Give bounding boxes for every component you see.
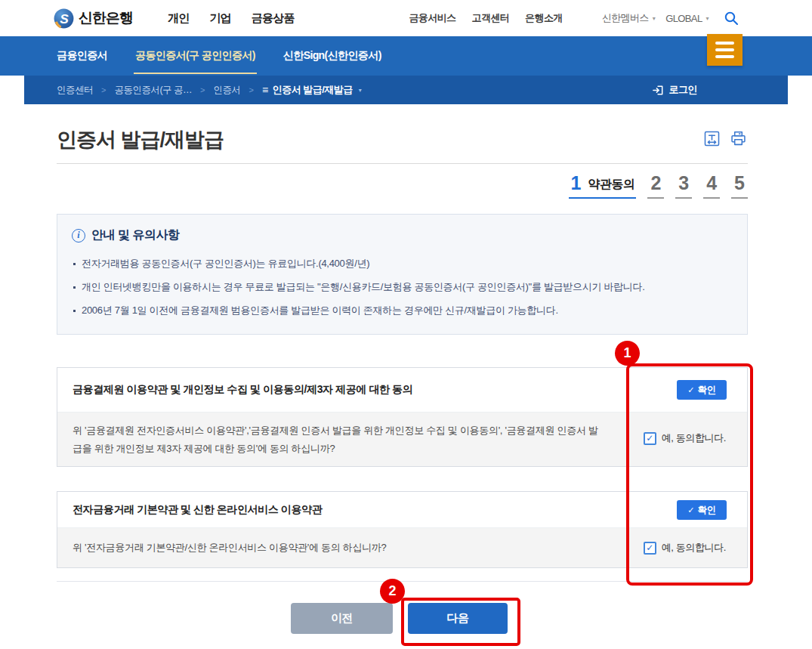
page-title: 인증서 발급/재발급 bbox=[57, 126, 224, 153]
breadcrumb-certificate[interactable]: 인증서 bbox=[214, 84, 241, 97]
chevron-down-icon: ▾ bbox=[706, 15, 709, 22]
breadcrumb-cert-center[interactable]: 인증센터 bbox=[57, 84, 93, 97]
confirm-label: 확인 bbox=[698, 504, 716, 517]
confirm-button-2[interactable]: ✓ 확인 bbox=[677, 500, 727, 520]
agreement-question: 위 '금융결제원 전자인증서비스 이용약관','금융결제원 인증서 발급을 위한… bbox=[73, 422, 605, 458]
notice-bullet: 2006년 7월 1일 이전에 금융결제원 범용인증서를 발급받은 이력이 존재… bbox=[73, 302, 747, 319]
shinhan-logo-icon: S bbox=[54, 8, 74, 29]
hamburger-bar bbox=[715, 55, 734, 58]
svg-text:S: S bbox=[60, 11, 69, 26]
shinhan-members-dropdown[interactable]: 신한멤버스 ▾ bbox=[602, 11, 655, 25]
breadcrumb-current-dropdown[interactable]: ≡ 인증서 발급/재발급 ▾ bbox=[262, 83, 361, 97]
nav-personal[interactable]: 개인 bbox=[168, 11, 189, 26]
notice-title: 안내 및 유의사항 bbox=[91, 227, 179, 243]
menu-icon: ≡ bbox=[262, 84, 268, 96]
login-button[interactable]: 로그인 bbox=[652, 83, 698, 97]
secondary-nav: 금융서비스 고객센터 은행소개 bbox=[409, 11, 562, 25]
next-button[interactable]: 다음 bbox=[408, 603, 508, 634]
nav-customer-center[interactable]: 고객센터 bbox=[471, 11, 509, 25]
breadcrumb-current-label: 인증서 발급/재발급 bbox=[273, 83, 353, 97]
agree-checkbox-2[interactable]: ✓ bbox=[644, 542, 656, 555]
confirm-label: 확인 bbox=[698, 384, 716, 397]
step-1-active: 1 약관동의 bbox=[569, 174, 636, 199]
step-1-label: 약관동의 bbox=[588, 178, 634, 193]
login-icon bbox=[652, 84, 665, 97]
nav-corporate[interactable]: 기업 bbox=[209, 11, 230, 26]
logo-text: 신한은행 bbox=[79, 8, 133, 28]
agreement-title-row: 전자금융거래 기본약관 및 신한 온라인서비스 이용약관 bbox=[57, 492, 747, 527]
notice-list: 전자거래범용 공동인증서(구 공인인증서)는 유료입니다.(4,400원/년) … bbox=[73, 255, 747, 319]
shinhan-logo[interactable]: S 신한은행 bbox=[54, 8, 133, 29]
breadcrumb-separator: > bbox=[101, 85, 106, 94]
shinhan-members-label: 신한멤버스 bbox=[602, 11, 649, 25]
breadcrumb-joint-cert[interactable]: 공동인증서(구 공… bbox=[114, 84, 192, 97]
step-2: 2 bbox=[647, 174, 664, 199]
chevron-down-icon: ▾ bbox=[359, 87, 362, 94]
step-1-number: 1 bbox=[570, 174, 581, 193]
agree-checkbox-row-1[interactable]: ✓ 예, 동의합니다. bbox=[644, 431, 726, 445]
agree-checkbox-1[interactable]: ✓ bbox=[644, 432, 656, 445]
step-indicator: 1 약관동의 2 3 4 5 bbox=[569, 174, 748, 199]
breadcrumb-separator: > bbox=[249, 85, 254, 94]
breadcrumb-separator: > bbox=[200, 85, 205, 94]
agreement-title: 금융결제원 이용약관 및 개인정보 수집 및 이용동의/제3자 제공에 대한 동… bbox=[73, 383, 412, 397]
title-divider bbox=[57, 163, 748, 164]
agreement-kftc: 금융결제원 이용약관 및 개인정보 수집 및 이용동의/제3자 제공에 대한 동… bbox=[57, 367, 748, 467]
text-resize-icon[interactable] bbox=[703, 130, 721, 147]
notice-bullet: 전자거래범용 공동인증서(구 공인인증서)는 유료입니다.(4,400원/년) bbox=[73, 255, 747, 272]
agree-label: 예, 동의합니다. bbox=[662, 541, 726, 555]
notice-box: i 안내 및 유의사항 전자거래범용 공동인증서(구 공인인증서)는 유료입니다… bbox=[57, 214, 748, 335]
agreement-title: 전자금융거래 기본약관 및 신한 온라인서비스 이용약관 bbox=[73, 503, 322, 517]
tab-joint-certificate[interactable]: 공동인증서(구 공인인증서) bbox=[135, 49, 255, 63]
agreement-question: 위 '전자금융거래 기본약관/신한 온라인서비스 이용약관'에 동의 하십니까? bbox=[73, 539, 605, 557]
top-header: S 신한은행 개인 기업 금융상품 금융서비스 고객센터 은행소개 신한멤버스 … bbox=[0, 0, 812, 36]
breadcrumb-bar: 인증센터 > 공동인증서(구 공… > 인증서 > ≡ 인증서 발급/재발급 ▾… bbox=[24, 76, 788, 104]
utility-nav: 신한멤버스 ▾ GLOBAL ▾ bbox=[602, 11, 739, 26]
previous-button[interactable]: 이전 bbox=[291, 603, 393, 634]
step-3: 3 bbox=[675, 174, 692, 199]
header-right: 금융서비스 고객센터 은행소개 신한멤버스 ▾ GLOBAL ▾ bbox=[409, 11, 739, 26]
hamburger-menu-button[interactable] bbox=[707, 34, 743, 66]
tab-financial-certificate[interactable]: 금융인증서 bbox=[57, 49, 107, 63]
step-4: 4 bbox=[703, 174, 720, 199]
annotation-badge-2: 2 bbox=[380, 579, 405, 604]
agree-label: 예, 동의합니다. bbox=[662, 431, 726, 445]
search-icon[interactable] bbox=[724, 11, 739, 26]
notice-bullet: 개인 인터넷뱅킹만을 이용하시는 경우 무료로 발급되는 "은행/신용카드/보험… bbox=[73, 279, 747, 295]
tab-shinhan-sign[interactable]: 신한Sign(신한인증서) bbox=[283, 49, 381, 63]
confirm-button-1[interactable]: ✓ 확인 bbox=[677, 380, 727, 400]
hamburger-bar bbox=[715, 48, 734, 51]
info-icon: i bbox=[72, 229, 85, 243]
annotation-badge-1: 1 bbox=[615, 341, 640, 366]
agree-checkbox-row-2[interactable]: ✓ 예, 동의합니다. bbox=[644, 541, 726, 555]
chevron-down-icon: ▾ bbox=[653, 15, 655, 22]
nav-financial-services[interactable]: 금융서비스 bbox=[409, 11, 455, 25]
check-icon: ✓ bbox=[687, 505, 694, 515]
primary-nav: 개인 기업 금융상품 bbox=[168, 11, 295, 26]
certificate-tab-bar: 금융인증서 공동인증서(구 공인인증서) 신한Sign(신한인증서) bbox=[0, 36, 812, 76]
nav-about-bank[interactable]: 은행소개 bbox=[525, 11, 563, 25]
notice-header: i 안내 및 유의사항 bbox=[72, 227, 747, 243]
footer-divider bbox=[57, 581, 748, 582]
global-label: GLOBAL bbox=[665, 13, 702, 24]
global-dropdown[interactable]: GLOBAL ▾ bbox=[665, 13, 709, 24]
page-tools bbox=[703, 130, 747, 147]
breadcrumb: 인증센터 > 공동인증서(구 공… > 인증서 > ≡ 인증서 발급/재발급 ▾ bbox=[57, 83, 361, 97]
step-5: 5 bbox=[731, 174, 748, 199]
agreement-etrade: 전자금융거래 기본약관 및 신한 온라인서비스 이용약관 ✓ 확인 위 '전자금… bbox=[57, 491, 748, 568]
hamburger-bar bbox=[715, 42, 734, 45]
check-icon: ✓ bbox=[687, 385, 694, 395]
nav-financial-products[interactable]: 금융상품 bbox=[252, 11, 295, 26]
login-label: 로그인 bbox=[669, 83, 698, 97]
print-icon[interactable] bbox=[730, 130, 747, 147]
agreement-title-row: 금융결제원 이용약관 및 개인정보 수집 및 이용동의/제3자 제공에 대한 동… bbox=[57, 368, 747, 412]
tabs: 금융인증서 공동인증서(구 공인인증서) 신한Sign(신한인증서) bbox=[57, 49, 381, 63]
